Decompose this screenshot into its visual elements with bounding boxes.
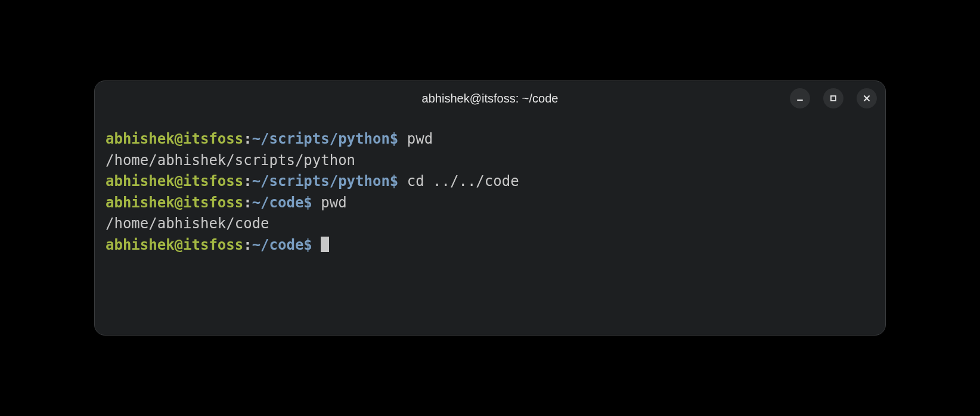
prompt-line-1: abhishek@itsfoss:~/scripts/python$ pwd <box>106 131 433 147</box>
terminal-window: abhishek@itsfoss: ~/code abhishek@itsfos… <box>94 80 886 336</box>
prompt-path: ~/code <box>252 237 304 253</box>
prompt-path: ~/code <box>252 194 304 211</box>
prompt-symbol: $ <box>390 173 398 190</box>
close-icon <box>862 94 872 103</box>
titlebar: abhishek@itsfoss: ~/code <box>95 81 885 116</box>
prompt-path: ~/scripts/python <box>252 173 390 190</box>
plus-icon <box>727 92 739 104</box>
prompt-userhost: abhishek@itsfoss <box>106 194 243 211</box>
prompt-symbol: $ <box>303 194 312 211</box>
output-line: /home/abhishek/code <box>106 215 269 232</box>
prompt-userhost: abhishek@itsfoss <box>106 173 243 190</box>
prompt-symbol: $ <box>303 237 312 253</box>
maximize-button[interactable] <box>823 88 843 108</box>
prompt-userhost: abhishek@itsfoss <box>106 237 243 253</box>
command-text: cd ../../code <box>407 173 519 190</box>
new-tab-button[interactable] <box>723 88 743 108</box>
menu-button[interactable] <box>756 88 777 108</box>
prompt-path: ~/scripts/python <box>252 131 390 147</box>
prompt-line-2: abhishek@itsfoss:~/scripts/python$ cd ..… <box>106 173 519 190</box>
hamburger-icon <box>761 92 773 104</box>
window-title: abhishek@itsfoss: ~/code <box>422 92 559 105</box>
minimize-icon <box>795 94 805 103</box>
prompt-line-4: abhishek@itsfoss:~/code$ <box>106 237 329 253</box>
prompt-line-3: abhishek@itsfoss:~/code$ pwd <box>106 194 347 211</box>
titlebar-controls <box>723 88 877 108</box>
minimize-button[interactable] <box>790 88 810 108</box>
cursor-block <box>321 237 329 252</box>
close-button[interactable] <box>857 88 877 108</box>
output-line: /home/abhishek/scripts/python <box>106 152 355 169</box>
prompt-userhost: abhishek@itsfoss <box>106 131 243 147</box>
command-text: pwd <box>321 194 346 211</box>
terminal-content[interactable]: abhishek@itsfoss:~/scripts/python$ pwd /… <box>95 116 885 335</box>
maximize-icon <box>829 94 838 103</box>
prompt-symbol: $ <box>390 131 398 147</box>
svg-rect-6 <box>831 96 836 101</box>
command-text: pwd <box>407 131 433 147</box>
